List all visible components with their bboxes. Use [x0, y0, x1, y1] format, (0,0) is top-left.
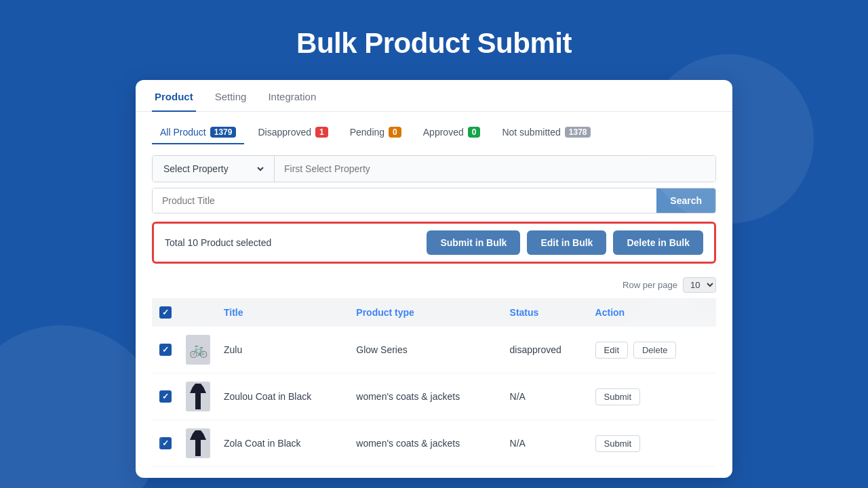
- filter-tab-pending[interactable]: Pending 0: [342, 123, 410, 144]
- row-per-page-label: Row per page: [623, 280, 677, 290]
- main-card: Product Setting Integration All Product …: [136, 80, 732, 478]
- filter-tab-disapproved[interactable]: Disapproved 1: [250, 123, 336, 144]
- badge-not-submitted: 1378: [565, 127, 591, 138]
- filter-tab-disapproved-label: Disapproved: [258, 127, 311, 138]
- row-checkbox-cell: [152, 327, 179, 373]
- select-property-dropdown[interactable]: Select Property: [161, 156, 266, 182]
- tab-integration[interactable]: Integration: [265, 80, 319, 112]
- col-checkbox: [152, 298, 179, 327]
- bulk-action-label: Total 10 Product selected: [165, 237, 271, 248]
- filter-tab-all-label: All Product: [160, 127, 206, 138]
- submit-in-bulk-button[interactable]: Submit in Bulk: [427, 230, 520, 255]
- row-1-checkbox[interactable]: [159, 344, 172, 356]
- bg-decoration-2: [644, 54, 814, 224]
- row-title-cell: Zola Coat in Black: [217, 420, 349, 467]
- row-1-thumb: 🚲: [186, 335, 210, 365]
- row-thumb-cell: [179, 420, 217, 467]
- filter-tab-not-submitted-label: Not submitted: [502, 127, 560, 138]
- col-product-type: Product type: [349, 298, 502, 327]
- product-title-row: Search: [152, 188, 716, 214]
- main-tabs: Product Setting Integration: [136, 80, 732, 112]
- filter-tab-all-product[interactable]: All Product 1379: [152, 123, 244, 144]
- bulk-buttons: Submit in Bulk Edit in Bulk Delete in Bu…: [427, 230, 703, 255]
- col-image: [179, 298, 217, 327]
- filter-tabs: All Product 1379 Disapproved 1 Pending 0…: [136, 112, 732, 144]
- select-property-wrapper[interactable]: Select Property: [153, 156, 275, 182]
- filter-tab-pending-label: Pending: [350, 127, 384, 138]
- row-title-cell: Zulu: [217, 327, 349, 373]
- row-status-cell: N/A: [503, 420, 589, 467]
- tab-setting[interactable]: Setting: [212, 80, 250, 112]
- row-product-type-cell: women's coats & jackets: [349, 420, 502, 467]
- row-product-type-cell: women's coats & jackets: [349, 373, 502, 420]
- badge-pending: 0: [389, 127, 401, 138]
- bg-decoration-3: [610, 298, 732, 420]
- row-3-thumb: [186, 428, 210, 458]
- badge-disapproved: 1: [315, 127, 328, 138]
- submit-button[interactable]: Submit: [595, 435, 640, 452]
- filter-tab-not-submitted[interactable]: Not submitted 1378: [494, 123, 599, 144]
- edit-in-bulk-button[interactable]: Edit in Bulk: [527, 230, 606, 255]
- row-status-cell: disapproved: [503, 327, 589, 373]
- row-action-cell: Submit: [589, 420, 716, 467]
- row-status-cell: N/A: [503, 373, 589, 420]
- row-2-checkbox[interactable]: [159, 390, 172, 403]
- row-thumb-cell: [179, 373, 217, 420]
- filter-tab-approved-label: Approved: [423, 127, 464, 138]
- select-all-checkbox[interactable]: [159, 306, 172, 319]
- delete-in-bulk-button[interactable]: Delete in Bulk: [613, 230, 703, 255]
- table-row: Zola Coat in Black women's coats & jacke…: [152, 420, 716, 467]
- product-title-input[interactable]: [153, 188, 656, 213]
- bike-icon: 🚲: [189, 341, 208, 359]
- row-product-type-cell: Glow Series: [349, 327, 502, 373]
- row-per-page-control: Row per page 10 25 50: [136, 272, 732, 298]
- bulk-action-bar: Total 10 Product selected Submit in Bulk…: [152, 222, 716, 264]
- row-thumb-cell: 🚲: [179, 327, 217, 373]
- tab-product[interactable]: Product: [152, 80, 196, 112]
- badge-approved: 0: [468, 127, 481, 138]
- property-search-row: Select Property: [152, 155, 716, 182]
- col-status: Status: [503, 298, 589, 327]
- row-per-page-select[interactable]: 10 25 50: [683, 277, 716, 293]
- filter-tab-approved[interactable]: Approved 0: [415, 123, 489, 144]
- row-2-thumb: [186, 382, 210, 411]
- row-title-cell: Zoulou Coat in Black: [217, 373, 349, 420]
- col-title: Title: [217, 298, 349, 327]
- badge-all-product: 1379: [210, 127, 237, 138]
